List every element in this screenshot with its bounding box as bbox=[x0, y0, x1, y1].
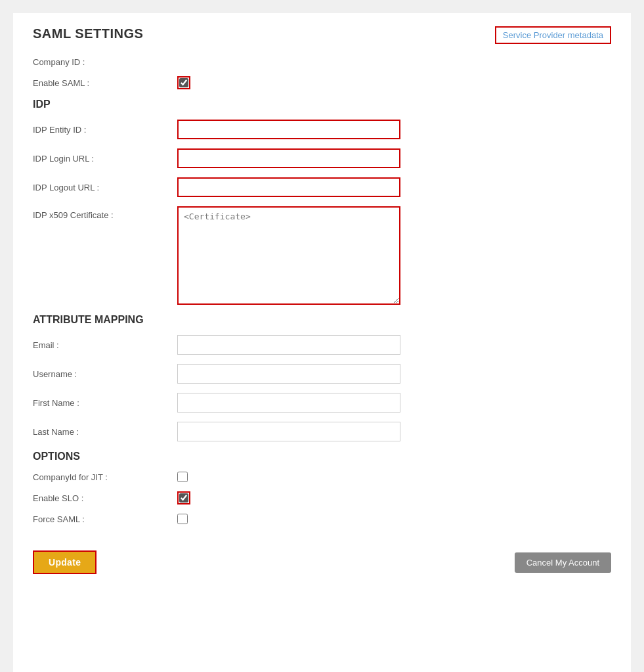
main-content: SAML SETTINGS Service Provider metadata … bbox=[13, 13, 631, 672]
idp-entity-id-label: IDP Entity ID : bbox=[33, 125, 177, 135]
company-jit-row: CompanyId for JIT : bbox=[33, 472, 611, 482]
company-id-row: Company ID : bbox=[33, 57, 611, 67]
company-jit-checkbox-container bbox=[177, 472, 188, 482]
enable-saml-row: Enable SAML : bbox=[33, 76, 611, 89]
first-name-input[interactable] bbox=[177, 393, 400, 413]
idp-certificate-row: IDP x509 Certificate : bbox=[33, 206, 611, 305]
cancel-my-account-button[interactable]: Cancel My Account bbox=[515, 552, 611, 573]
enable-slo-checkbox[interactable] bbox=[179, 493, 188, 503]
service-provider-link[interactable]: Service Provider metadata bbox=[495, 26, 611, 44]
header-row: SAML SETTINGS Service Provider metadata bbox=[33, 26, 611, 44]
idp-logout-url-input[interactable] bbox=[177, 177, 400, 197]
username-input[interactable] bbox=[177, 364, 400, 384]
force-saml-row: Force SAML : bbox=[33, 514, 611, 524]
enable-slo-checkbox-wrapper[interactable] bbox=[177, 491, 190, 504]
idp-logout-url-row: IDP Logout URL : bbox=[33, 177, 611, 197]
enable-saml-checkbox-wrapper[interactable] bbox=[177, 76, 190, 89]
enable-saml-checkbox[interactable] bbox=[179, 78, 188, 87]
idp-certificate-textarea[interactable] bbox=[177, 206, 400, 305]
force-saml-label: Force SAML : bbox=[33, 514, 177, 524]
enable-saml-label: Enable SAML : bbox=[33, 78, 177, 88]
company-jit-checkbox[interactable] bbox=[177, 472, 188, 482]
last-name-label: Last Name : bbox=[33, 427, 177, 437]
idp-login-url-label: IDP Login URL : bbox=[33, 154, 177, 164]
attribute-mapping-title: ATTRIBUTE MAPPING bbox=[33, 314, 611, 326]
email-input[interactable] bbox=[177, 335, 400, 355]
footer-row: Update Cancel My Account bbox=[33, 544, 611, 574]
first-name-row: First Name : bbox=[33, 393, 611, 413]
idp-entity-id-input[interactable] bbox=[177, 120, 400, 139]
idp-login-url-row: IDP Login URL : bbox=[33, 148, 611, 168]
last-name-row: Last Name : bbox=[33, 422, 611, 441]
enable-slo-label: Enable SLO : bbox=[33, 493, 177, 503]
update-button[interactable]: Update bbox=[33, 550, 97, 574]
idp-login-url-input[interactable] bbox=[177, 148, 400, 168]
force-saml-checkbox[interactable] bbox=[177, 514, 188, 524]
page-container: SAML SETTINGS Service Provider metadata … bbox=[13, 13, 631, 672]
email-label: Email : bbox=[33, 340, 177, 350]
idp-entity-id-row: IDP Entity ID : bbox=[33, 120, 611, 139]
force-saml-checkbox-container bbox=[177, 514, 188, 524]
idp-section-title: IDP bbox=[33, 99, 611, 110]
first-name-label: First Name : bbox=[33, 398, 177, 408]
idp-certificate-label: IDP x509 Certificate : bbox=[33, 206, 177, 220]
company-jit-label: CompanyId for JIT : bbox=[33, 472, 177, 482]
email-row: Email : bbox=[33, 335, 611, 355]
username-label: Username : bbox=[33, 369, 177, 379]
enable-slo-row: Enable SLO : bbox=[33, 491, 611, 504]
last-name-input[interactable] bbox=[177, 422, 400, 441]
page-title: SAML SETTINGS bbox=[33, 26, 143, 41]
username-row: Username : bbox=[33, 364, 611, 384]
company-id-label: Company ID : bbox=[33, 57, 177, 67]
options-section-title: OPTIONS bbox=[33, 451, 611, 462]
idp-logout-url-label: IDP Logout URL : bbox=[33, 183, 177, 192]
